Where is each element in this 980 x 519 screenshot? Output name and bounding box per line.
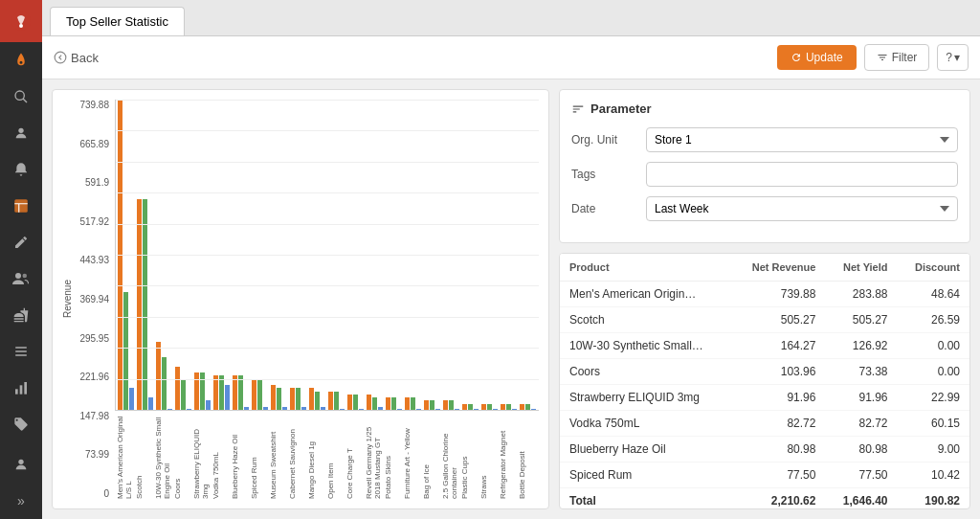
bar-revenue bbox=[367, 395, 371, 410]
x-label: Potato Skins bbox=[385, 413, 401, 499]
y-axis-title: Revenue bbox=[62, 280, 73, 318]
table-cell-net_yield: 80.98 bbox=[825, 437, 897, 463]
main-area: Top Seller Statistic Back Update Filter … bbox=[42, 0, 980, 519]
update-button[interactable]: Update bbox=[777, 45, 857, 70]
x-label: Open Item bbox=[327, 413, 344, 499]
parameter-title: Parameter bbox=[571, 102, 958, 116]
sidebar-item-chart[interactable] bbox=[0, 370, 42, 406]
bar-yield bbox=[449, 400, 454, 410]
bar-yield bbox=[181, 379, 186, 410]
sidebar-item-box[interactable] bbox=[0, 188, 42, 224]
bar-yield bbox=[200, 372, 205, 410]
bar-revenue bbox=[252, 379, 256, 410]
back-icon bbox=[54, 51, 67, 64]
col-net-yield: Net Yield bbox=[825, 254, 897, 282]
table-cell-product: Spiced Rum bbox=[560, 463, 732, 488]
sidebar-item-user[interactable] bbox=[0, 115, 42, 151]
sidebar-item-rocket[interactable] bbox=[0, 42, 42, 79]
sidebar-item-profile[interactable] bbox=[0, 446, 42, 483]
total-row: Total2,210.621,646.40190.82 bbox=[560, 488, 969, 510]
sidebar-item-bell[interactable] bbox=[0, 151, 42, 188]
parameter-title-text: Parameter bbox=[590, 102, 652, 116]
tags-input[interactable] bbox=[646, 162, 958, 187]
date-select[interactable]: Last Week Last Month Last Year Custom bbox=[646, 196, 958, 221]
table-cell-product: 10W-30 Synthetic Small… bbox=[560, 333, 732, 359]
tab-label: Top Seller Statistic bbox=[66, 14, 168, 29]
bar-stack bbox=[520, 100, 536, 410]
table-cell-net_revenue: 80.98 bbox=[732, 437, 826, 463]
bar-discount bbox=[340, 409, 345, 410]
y-axis-label: 73.99 bbox=[85, 449, 109, 460]
sidebar-logo[interactable] bbox=[0, 0, 42, 42]
sidebar-item-search[interactable] bbox=[0, 79, 42, 115]
bar-discount bbox=[493, 409, 498, 410]
org-unit-row: Org. Unit Store 1 Store 2 All bbox=[571, 127, 958, 152]
svg-rect-10 bbox=[15, 354, 27, 355]
org-unit-select[interactable]: Store 1 Store 2 All bbox=[646, 127, 958, 152]
right-panel: Parameter Org. Unit Store 1 Store 2 All … bbox=[559, 89, 970, 509]
table-cell-net_yield: 91.96 bbox=[825, 385, 897, 411]
bar-revenue bbox=[233, 375, 237, 410]
svg-line-3 bbox=[23, 99, 27, 102]
table-cell-product: Coors bbox=[560, 359, 732, 385]
sidebar-item-expand[interactable]: » bbox=[0, 483, 42, 519]
sidebar-item-list[interactable] bbox=[0, 333, 42, 370]
bar-revenue bbox=[462, 404, 467, 410]
y-axis-label: 0 bbox=[103, 488, 109, 499]
tab-top-seller[interactable]: Top Seller Statistic bbox=[50, 7, 185, 35]
bar-discount bbox=[129, 388, 134, 410]
x-labels: Men's American Original L/S LScotch10W-3… bbox=[115, 411, 539, 499]
x-label: Coors bbox=[174, 413, 190, 499]
date-label: Date bbox=[571, 202, 638, 215]
bar-discount bbox=[244, 407, 249, 410]
x-label: Blueberry Haze Oil bbox=[232, 413, 248, 499]
table-cell-product: Strawberry ELIQUID 3mg bbox=[560, 385, 732, 411]
bar-revenue bbox=[424, 400, 429, 410]
bar-stack bbox=[233, 100, 249, 410]
y-axis: 739.88665.89591.9517.92443.93369.94295.9… bbox=[75, 100, 115, 499]
svg-point-14 bbox=[18, 460, 23, 464]
bar-revenue bbox=[328, 392, 333, 410]
svg-point-7 bbox=[23, 274, 28, 279]
col-discount: Discount bbox=[898, 254, 969, 282]
help-button[interactable]: ? ▾ bbox=[937, 44, 969, 71]
bar-stack bbox=[309, 100, 325, 410]
x-label: Liter Tax bbox=[538, 413, 539, 499]
bar-revenue bbox=[501, 404, 505, 410]
back-button[interactable]: Back bbox=[54, 51, 99, 65]
total-cell: 2,210.62 bbox=[732, 488, 826, 510]
bar-stack bbox=[156, 100, 172, 410]
bar-stack bbox=[213, 100, 230, 410]
table-cell-net_revenue: 91.96 bbox=[732, 385, 826, 411]
bar-stack bbox=[443, 100, 459, 410]
table-cell-net_revenue: 164.27 bbox=[732, 333, 826, 359]
svg-rect-12 bbox=[20, 385, 23, 394]
grid-line bbox=[116, 410, 539, 411]
table-cell-discount: 0.00 bbox=[898, 333, 969, 359]
bar-revenue bbox=[386, 397, 390, 410]
bar-yield bbox=[123, 292, 128, 410]
bar-stack bbox=[118, 100, 134, 410]
back-label: Back bbox=[71, 51, 99, 65]
bar-discount bbox=[167, 409, 172, 410]
table-cell-discount: 9.00 bbox=[898, 437, 969, 463]
filter-button[interactable]: Filter bbox=[864, 44, 930, 71]
svg-rect-13 bbox=[24, 382, 27, 395]
table-row: Coors103.9673.380.00 bbox=[560, 359, 969, 385]
x-label: 2.5 Gallon Chlorine container bbox=[442, 413, 458, 499]
sidebar-item-users[interactable] bbox=[0, 260, 42, 297]
bar-yield bbox=[525, 404, 530, 410]
col-net-revenue: Net Revenue bbox=[732, 254, 826, 282]
table-cell-net_revenue: 82.72 bbox=[732, 411, 826, 437]
x-label: Vodka 750mL bbox=[212, 413, 229, 499]
parameter-icon bbox=[571, 102, 585, 116]
tab-bar: Top Seller Statistic bbox=[42, 0, 980, 36]
sidebar-item-tag[interactable] bbox=[0, 406, 42, 442]
sidebar-item-edit[interactable] bbox=[0, 224, 42, 260]
bar-yield bbox=[257, 379, 262, 410]
bar-revenue bbox=[175, 367, 180, 410]
svg-point-15 bbox=[55, 52, 66, 63]
sidebar-item-food[interactable] bbox=[0, 297, 42, 333]
svg-point-1 bbox=[19, 24, 23, 28]
table-row: 10W-30 Synthetic Small…164.27126.920.00 bbox=[560, 333, 969, 359]
